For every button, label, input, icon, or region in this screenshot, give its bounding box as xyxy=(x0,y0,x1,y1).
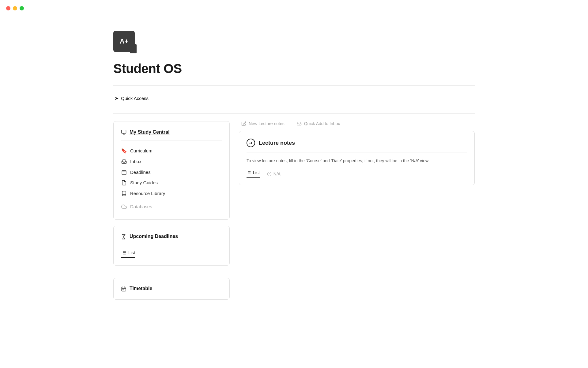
list-icon xyxy=(121,250,126,255)
cloud-icon xyxy=(121,204,127,209)
tab-label: Quick Access xyxy=(121,96,149,101)
study-guides-label: Study Guides xyxy=(130,180,158,185)
deadlines-label: Deadlines xyxy=(130,170,151,175)
deadlines-title-row: Upcoming Deadlines xyxy=(121,233,222,245)
sidebar-item-curriculum[interactable]: 🔖 Curriculum xyxy=(121,145,222,156)
timetable-title[interactable]: Timetable xyxy=(130,286,152,291)
inbox-icon xyxy=(121,159,127,164)
tab-list-active[interactable]: List xyxy=(247,170,260,178)
action-bar: New Lecture notes Quick Add to Inbox xyxy=(239,121,475,131)
tabs-row: ➤ Quick Access xyxy=(113,93,475,104)
bookmark-icon: 🔖 xyxy=(121,148,127,154)
study-central-card: My Study Central 🔖 Curriculum Inbox xyxy=(113,121,230,220)
quick-access-icon: ➤ xyxy=(115,95,119,101)
arrow-circle-icon: ➔ xyxy=(247,139,255,147)
sidebar-item-study-guides[interactable]: Study Guides xyxy=(121,178,222,188)
page-title: Student OS xyxy=(113,61,475,76)
tab-list-label: List xyxy=(253,170,260,175)
traffic-lights xyxy=(6,6,24,10)
maximize-button[interactable] xyxy=(20,6,24,10)
tab-quick-access[interactable]: ➤ Quick Access xyxy=(113,93,150,104)
upcoming-deadlines-title[interactable]: Upcoming Deadlines xyxy=(130,234,178,239)
databases-label: Databases xyxy=(130,204,152,209)
timetable-card: Timetable xyxy=(113,278,230,300)
quick-add-inbox-button[interactable]: Quick Add to Inbox xyxy=(297,121,340,126)
sidebar-item-inbox[interactable]: Inbox xyxy=(121,156,222,167)
main-content: A+ Student OS ➤ Quick Access xyxy=(95,0,493,318)
hourglass-icon xyxy=(121,233,126,240)
upcoming-deadlines-card: Upcoming Deadlines List xyxy=(113,226,230,266)
lecture-notes-title[interactable]: Lecture notes xyxy=(259,140,295,146)
tab-na[interactable]: N/A xyxy=(267,171,281,176)
list-label: List xyxy=(128,250,135,255)
svg-rect-3 xyxy=(122,171,126,175)
inbox-add-icon xyxy=(297,121,302,126)
minimize-button[interactable] xyxy=(13,6,17,10)
tab-na-label: N/A xyxy=(273,171,281,176)
tab-divider xyxy=(113,113,475,114)
curriculum-label: Curriculum xyxy=(130,148,153,153)
monitor-icon xyxy=(121,129,126,135)
sidebar-item-deadlines[interactable]: Deadlines xyxy=(121,167,222,178)
content-grid: My Study Central 🔖 Curriculum Inbox xyxy=(113,121,475,300)
sidebar-item-databases[interactable]: Databases xyxy=(121,201,222,212)
deadlines-list-tab[interactable]: List xyxy=(121,250,135,258)
new-lecture-button[interactable]: New Lecture notes xyxy=(241,121,285,126)
app-logo: A+ xyxy=(113,31,135,52)
book-icon xyxy=(121,190,127,196)
svg-rect-0 xyxy=(122,130,126,134)
right-panel: New Lecture notes Quick Add to Inbox ➔ L… xyxy=(239,121,475,185)
study-central-title[interactable]: My Study Central xyxy=(130,129,170,135)
lecture-tabs: List N/A xyxy=(247,170,467,178)
lecture-notes-card: ➔ Lecture notes To view lecture notes, f… xyxy=(239,131,475,185)
quick-add-label: Quick Add to Inbox xyxy=(304,121,340,126)
close-button[interactable] xyxy=(6,6,10,10)
logo-text: A+ xyxy=(120,37,129,45)
resource-library-label: Resource Library xyxy=(130,191,165,196)
file-icon xyxy=(121,180,127,186)
left-panel: My Study Central 🔖 Curriculum Inbox xyxy=(113,121,230,300)
timetable-icon xyxy=(121,286,126,292)
inbox-label: Inbox xyxy=(130,159,141,164)
lecture-description: To view lecture notes, fill in the ‘Cour… xyxy=(247,157,467,164)
logo-container: A+ xyxy=(113,31,475,52)
new-lecture-label: New Lecture notes xyxy=(249,121,285,126)
calendar-icon xyxy=(121,169,127,175)
svg-rect-13 xyxy=(122,287,126,291)
na-icon xyxy=(267,172,272,176)
timetable-title-row: Timetable xyxy=(121,286,222,292)
edit-icon xyxy=(241,121,246,126)
sidebar-item-resource-library[interactable]: Resource Library xyxy=(121,188,222,199)
top-divider xyxy=(113,85,475,86)
list-tab-icon xyxy=(247,171,251,175)
study-central-title-row: My Study Central xyxy=(121,129,222,140)
lecture-card-title-row: ➔ Lecture notes xyxy=(247,139,467,152)
